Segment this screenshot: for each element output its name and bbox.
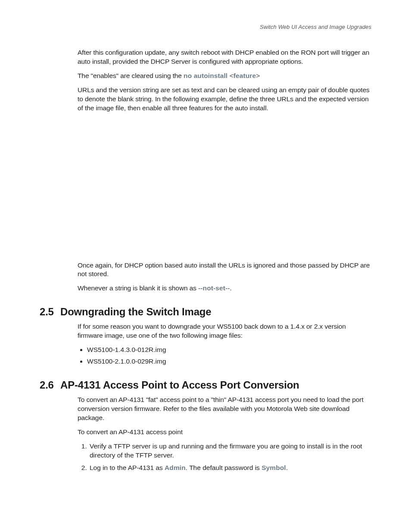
paragraph: Once again, for DHCP option based auto i…	[78, 261, 371, 279]
paragraph: Whenever a string is blank it is shown a…	[78, 284, 371, 293]
example-placeholder	[40, 118, 371, 261]
text-run: Log in to the AP-4131 as	[90, 464, 165, 471]
section-heading-2-5: 2.5 Downgrading the Switch Image	[40, 306, 371, 318]
text-run: Whenever a string is blank it is shown a…	[78, 284, 198, 292]
post-example-block: Once again, for DHCP option based auto i…	[78, 261, 371, 293]
inline-keyword: Admin	[165, 464, 186, 471]
paragraph: To convert an AP-4131 "fat" access point…	[78, 395, 371, 423]
inline-keyword: Symbol	[262, 464, 286, 471]
section-2-6-body: To convert an AP-4131 "fat" access point…	[78, 395, 371, 472]
inline-keyword: no autoinstall <feature>	[184, 72, 260, 79]
text-run: .	[286, 464, 288, 471]
list-item: WS5100-2.1.0.0-029R.img	[87, 357, 371, 366]
paragraph: After this configuration update, any swi…	[78, 48, 371, 66]
list-item: WS5100-1.4.3.0-012R.img	[87, 345, 371, 355]
section-2-5-body: If for some reason you want to downgrade…	[78, 322, 371, 366]
paragraph: If for some reason you want to downgrade…	[78, 322, 371, 340]
text-run: .	[230, 284, 232, 292]
running-header: Switch Web UI Access and Image Upgrades	[40, 24, 371, 30]
section-title: Downgrading the Switch Image	[60, 306, 371, 318]
list-item: Log in to the AP-4131 as Admin. The defa…	[89, 464, 371, 473]
intro-block: After this configuration update, any swi…	[78, 48, 371, 113]
section-number: 2.6	[40, 379, 60, 391]
section-number: 2.5	[40, 306, 60, 318]
text-run: . The default password is	[186, 464, 262, 471]
document-page: Switch Web UI Access and Image Upgrades …	[0, 0, 411, 532]
inline-keyword: --not-set--	[198, 284, 230, 292]
list-item: Verify a TFTP server is up and running a…	[89, 442, 371, 460]
bullet-list: WS5100-1.4.3.0-012R.img WS5100-2.1.0.0-0…	[78, 345, 371, 366]
section-heading-2-6: 2.6 AP-4131 Access Point to Access Port …	[40, 379, 371, 391]
paragraph: To convert an AP-4131 access point	[78, 428, 371, 437]
paragraph: URLs and the version string are set as t…	[78, 86, 371, 113]
text-run: The "enables" are cleared using the	[78, 72, 184, 79]
ordered-steps: Verify a TFTP server is up and running a…	[78, 442, 371, 473]
paragraph: The "enables" are cleared using the no a…	[78, 72, 371, 81]
section-title: AP-4131 Access Point to Access Port Conv…	[60, 379, 371, 391]
